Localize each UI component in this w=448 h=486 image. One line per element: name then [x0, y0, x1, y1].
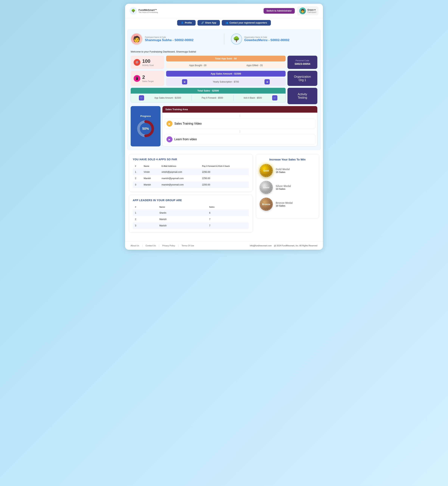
- total-sales-row: Total Sales - $2500 🛒 App Sales Amount -…: [131, 88, 317, 104]
- col-amount: Pay it forward & Kick it back: [200, 163, 249, 169]
- user-name: Grace ▾: [307, 8, 316, 11]
- leader-row-num: 2: [133, 216, 157, 222]
- row-amount: 2250.00: [200, 169, 249, 175]
- sales-divider-1: [191, 95, 192, 101]
- activity-box-label: Activity: [298, 93, 307, 96]
- leader-row-name: Manish: [157, 222, 207, 229]
- main-content: YOU HAVE SOLD 4 APPS SO FAR # Name E-Mai…: [125, 152, 323, 239]
- user-role: Participant: [307, 11, 316, 13]
- sales-target-label: Sales Target: [142, 80, 154, 82]
- leaders-table-head: # Name Sales: [133, 204, 249, 210]
- footer-about[interactable]: About Us: [131, 244, 139, 247]
- pay-it-forward: Pay it Forward - $500: [202, 97, 223, 99]
- personal-code-label: Personal Code: [296, 59, 309, 62]
- sales-section-title: YOU HAVE SOLD 4 APPS SO FAR: [133, 158, 249, 161]
- logo-icon: 🌳: [129, 7, 137, 15]
- contact-label: Contact your registered supporters: [229, 22, 267, 24]
- row-num: 3: [133, 182, 142, 188]
- table-row: 2 Manish manish@yopmail.com 2250.00: [133, 175, 249, 182]
- activity-goal-info: 100 Activity Goal: [142, 58, 154, 66]
- footer-copyright: @ 2024 FundMesmart, Inc. All Rights Rese…: [274, 244, 318, 247]
- logo-area: 🌳 FundMeSmart™ The Future of Fundraising: [129, 7, 158, 15]
- training-item-1[interactable]: ▶ Sales Training Video: [164, 119, 315, 129]
- gold-medal-sales: 15 Sales: [276, 171, 290, 173]
- play-btn-2: ▶: [167, 136, 172, 142]
- leader-col-sales: Sales: [207, 204, 249, 210]
- training-header: Sales Training Area: [162, 106, 317, 113]
- total-sales-sub: 🛒 App Sales Amount - $1500 Pay it Forwar…: [131, 94, 286, 102]
- bottom-section: Progress 50% Sales Training Area ▶: [131, 106, 317, 146]
- yearly-subscription: Yearly Subscription - $700: [213, 81, 239, 83]
- app-sales-block: App Sales Amount - $1500 🖥 Yearly Subscr…: [166, 71, 286, 86]
- profile-label: Profile: [185, 22, 192, 24]
- participant-divider: [224, 33, 224, 45]
- main-container: 🌳 FundMeSmart™ The Future of Fundraising…: [125, 4, 323, 250]
- stats-row-1: 🎯 100 Activity Goal Total App Sold - 50 …: [131, 56, 317, 69]
- participant-label: Participant Name & Code: [145, 36, 193, 38]
- footer-contact[interactable]: Contact Us: [146, 244, 156, 247]
- org-label-text: Organization Name & Code: [244, 36, 289, 38]
- medals-title: Increase Your Sales To Win: [260, 158, 315, 161]
- share-app-button[interactable]: 🔗 Share App: [198, 20, 220, 26]
- apps-bought: Apps Bought - 30: [189, 64, 207, 67]
- participant-name: Shanmuga Subha - S0002-00002: [145, 38, 193, 42]
- training-item-2[interactable]: ▶ Learn from video: [164, 134, 315, 144]
- footer-privacy[interactable]: Privacy Policy: [162, 244, 175, 247]
- personal-code-box: Personal Code S0023-00054: [288, 56, 317, 69]
- personal-code-value: S0023-00054: [295, 62, 310, 65]
- leaders-table: # Name Sales 1 Sherlin 6 2 Manish 7 3 Ma…: [133, 204, 249, 229]
- welcome-message: Welcome to your Fundraising Dashboard, S…: [131, 50, 317, 53]
- participant-org-header: 🧑 Participant Name & Code Shanmuga Subha…: [131, 33, 317, 48]
- table-row: 3 Manish manish@yoomail.com 2250.00: [133, 182, 249, 188]
- total-sales-header: Total Sales - $2500: [131, 88, 286, 94]
- footer-terms[interactable]: Terms Of Use: [182, 244, 194, 247]
- gold-medal-name: Gold Medal: [276, 168, 290, 171]
- contact-supporters-button[interactable]: 👥 Contact your registered supporters: [222, 20, 271, 26]
- stats-row-2: 📱 2 Sales Target App Sales Amount - $150…: [131, 71, 317, 86]
- participant-info: Participant Name & Code Shanmuga Subha -…: [145, 36, 193, 42]
- row-num: 2: [133, 175, 142, 182]
- ts-icon-left: 🛒: [139, 95, 144, 100]
- header-right: Switch to Administrator 👧 Grace ▾ Partic…: [264, 6, 319, 15]
- kick-it-back: kick it Back - $500: [244, 97, 262, 99]
- row-num: 1: [133, 169, 142, 175]
- silver-medal-item: Silver Silver Medal 13 Sales: [260, 181, 315, 194]
- video2-label: Learn from video: [174, 138, 197, 141]
- row-name: Manish: [142, 182, 160, 188]
- participant-avatar: 🧑: [131, 33, 143, 45]
- org-info: Organization Name & Code GowebezMercu - …: [244, 36, 289, 42]
- row-name: Manish: [142, 175, 160, 182]
- row-email: manish@yoomail.com: [160, 182, 200, 188]
- two-col-layout: YOU HAVE SOLD 4 APPS SO FAR # Name E-Mai…: [129, 154, 319, 236]
- table-row: 1 Vinish vinish@yopmail.com 2250.00: [133, 169, 249, 175]
- activity-goal-icon: 🎯: [134, 59, 140, 66]
- user-badge: 👧 Grace ▾ Participant: [297, 6, 319, 15]
- app-sales-amount: App Sales Amount - $1500: [154, 97, 181, 99]
- profile-button[interactable]: 👤 Profile: [177, 20, 195, 26]
- leader-row-name: Manish: [157, 216, 207, 222]
- total-sales-block: Total Sales - $2500 🛒 App Sales Amount -…: [131, 88, 286, 102]
- row-email: vinish@yopmail.com: [160, 169, 200, 175]
- apps-gifted: Apps Gifted - 20: [246, 64, 263, 67]
- app-tagline: The Future of Fundraising: [138, 11, 158, 13]
- col-email: E-Mail Address: [160, 163, 200, 169]
- sales-table-body: 1 Vinish vinish@yopmail.com 2250.00 2 Ma…: [133, 169, 249, 188]
- col-name: Name: [142, 163, 160, 169]
- training-body: ▶ Sales Training Video ▶ Learn from vide…: [162, 113, 317, 146]
- total-app-block: Total App Sold - 50 Apps Bought - 30 App…: [166, 56, 286, 69]
- logo-text-block: FundMeSmart™ The Future of Fundraising: [138, 8, 158, 13]
- silver-medal-coin: Silver: [260, 181, 273, 194]
- avatar: 👧: [299, 8, 306, 14]
- sales-target-icon: 📱: [134, 75, 140, 82]
- sales-table-head: # Name E-Mail Address Pay it forward & K…: [133, 163, 249, 169]
- switch-to-admin-button[interactable]: Switch to Administrator: [264, 8, 295, 14]
- app-sales-sub: 🖥 Yearly Subscription - $700 🖥: [166, 78, 286, 86]
- donut-percent: 50%: [142, 127, 149, 130]
- leaders-section: APP LEADERS IN YOUR GROUP ARE # Name Sal…: [129, 195, 253, 233]
- sales-divider-2: [233, 95, 233, 101]
- footer: About Us | Contact Us | Privacy Policy |…: [125, 241, 323, 250]
- org-avatar: 🌳: [231, 33, 242, 45]
- row-amount: 2250.00: [200, 182, 249, 188]
- medals-section: Increase Your Sales To Win Gold Gold Med…: [256, 154, 319, 218]
- footer-links: About Us | Contact Us | Privacy Policy |…: [131, 244, 194, 247]
